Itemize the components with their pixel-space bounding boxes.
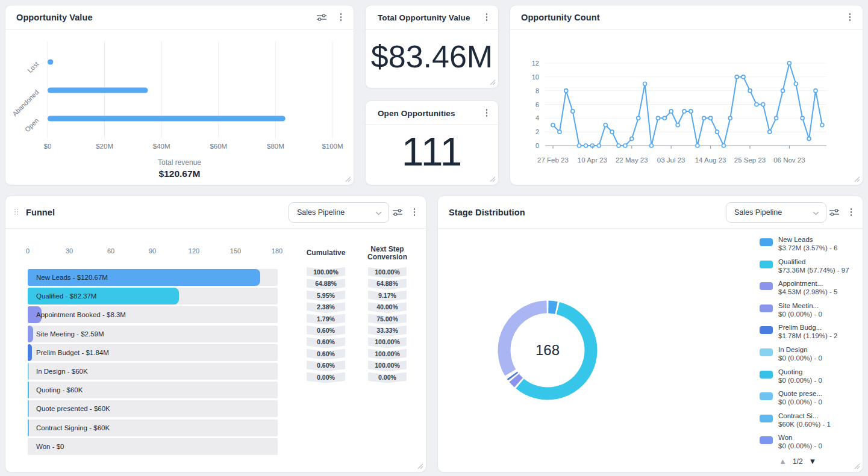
legend-swatch xyxy=(760,326,773,334)
funnel-axis-tick: 180 xyxy=(272,247,283,255)
drag-handle-icon[interactable] xyxy=(14,209,19,216)
funnel-stage-row[interactable]: Qualified - $82.37M xyxy=(28,288,278,304)
funnel-stage-row[interactable]: In Design - $60K xyxy=(28,363,278,380)
legend-item[interactable]: Site Meetin...$0 (0.00%) - 0 xyxy=(760,301,822,319)
legend-swatch xyxy=(760,304,773,312)
funnel-card: Funnel Sales Pipeline 0306090120150180 C… xyxy=(5,196,426,472)
kebab-menu-icon[interactable] xyxy=(482,108,491,118)
resize-handle-icon[interactable] xyxy=(344,175,351,182)
svg-text:12: 12 xyxy=(532,60,539,67)
resize-handle-icon[interactable] xyxy=(853,175,860,182)
svg-text:4: 4 xyxy=(535,114,539,122)
stage-distribution-card: Stage Distribution Sales Pipeline 168 Ne… xyxy=(437,196,863,472)
funnel-stage-bar xyxy=(28,400,29,417)
legend-item[interactable]: Qualified$73.36M (57.74%) - 97 xyxy=(760,258,849,275)
opportunity-value-bar-chart: $0$20M$40M$60M$80M$100MLostAbandonedOpen xyxy=(5,34,355,156)
funnel-next-step-header-line2: Conversion xyxy=(367,253,407,261)
funnel-stage-bar xyxy=(28,382,29,398)
funnel-stage-row[interactable]: Appointment Booked - $8.3M xyxy=(28,306,278,323)
svg-text:25 Sep 23: 25 Sep 23 xyxy=(734,156,766,164)
svg-text:10 Apr 23: 10 Apr 23 xyxy=(578,156,607,164)
opportunity-value-title: Opportunity Value xyxy=(16,13,93,22)
resize-handle-icon[interactable] xyxy=(853,462,860,469)
kebab-menu-icon[interactable] xyxy=(846,13,854,22)
funnel-stage-row[interactable]: Prelim Budget - $1.84M xyxy=(28,344,278,361)
opportunity-count-title: Opportunity Count xyxy=(521,13,600,22)
filter-settings-icon[interactable] xyxy=(392,208,403,217)
stage-pipeline-dropdown-value: Sales Pipeline xyxy=(734,208,782,217)
kebab-menu-icon[interactable] xyxy=(482,13,491,22)
page-up-icon[interactable]: ▲ xyxy=(779,457,787,466)
legend-stage-detail: $0 (0.00%) - 0 xyxy=(778,354,822,363)
svg-text:$0: $0 xyxy=(44,143,52,150)
legend-swatch xyxy=(760,392,773,400)
legend-stage-detail: $1.78M (1.19%) - 2 xyxy=(778,332,837,341)
funnel-axis-tick: 150 xyxy=(230,247,241,255)
legend-item[interactable]: New Leads$3.72M (3.57%) - 6 xyxy=(760,235,837,253)
legend-item[interactable]: Prelim Budg...$1.78M (1.19%) - 2 xyxy=(760,323,837,341)
svg-text:8: 8 xyxy=(535,87,539,94)
filter-settings-icon[interactable] xyxy=(316,13,327,22)
funnel-stage-row[interactable]: Quote presented - $60K xyxy=(28,400,278,417)
next-step-badge: 100.00% xyxy=(368,337,407,348)
resize-handle-icon[interactable] xyxy=(489,175,495,182)
legend-item[interactable]: Appointment...$4.53M (2.98%) - 5 xyxy=(760,279,837,297)
cumulative-badge: 5.95% xyxy=(307,291,345,301)
kebab-menu-icon[interactable] xyxy=(847,208,855,217)
legend-stage-name: Quoting xyxy=(778,368,822,376)
legend-stage-name: Appointment... xyxy=(778,279,837,288)
cumulative-badge: 1.79% xyxy=(307,314,345,325)
stage-pipeline-dropdown[interactable]: Sales Pipeline xyxy=(726,202,826,223)
cumulative-badge: 0.60% xyxy=(307,360,345,371)
opportunity-count-card: Opportunity Count 02468101227 Feb 2310 A… xyxy=(510,5,863,185)
kebab-menu-icon[interactable] xyxy=(410,208,419,217)
funnel-stage-label: Appointment Booked - $8.3M xyxy=(36,311,126,318)
cumulative-badge: 100.00% xyxy=(307,267,345,278)
legend-item[interactable]: Quote prese...$0 (0.00%) - 0 xyxy=(760,389,822,407)
cumulative-badge: 0.60% xyxy=(307,337,345,348)
legend-stage-detail: $73.36M (57.74%) - 97 xyxy=(778,266,849,275)
svg-text:$40M: $40M xyxy=(153,143,170,150)
open-opportunities-card: Open Opportunities 111 xyxy=(365,100,499,185)
resize-handle-icon[interactable] xyxy=(416,462,423,469)
svg-text:0: 0 xyxy=(535,142,539,149)
funnel-stage-label: Prelim Budget - $1.84M xyxy=(36,349,109,356)
legend-stage-detail: $3.72M (3.57%) - 6 xyxy=(778,244,837,253)
total-revenue-value: $120.67M xyxy=(5,168,354,179)
legend-stage-name: Qualified xyxy=(778,258,849,266)
funnel-stage-bar xyxy=(28,419,29,436)
legend-swatch xyxy=(760,415,773,422)
funnel-stage-row[interactable]: New Leads - $120.67M xyxy=(28,269,278,286)
opportunity-count-line-chart: 02468101227 Feb 2310 Apr 2322 May 2303 J… xyxy=(510,34,864,179)
funnel-stage-row[interactable]: Site Meeting - $2.59M xyxy=(28,326,278,342)
svg-text:$60M: $60M xyxy=(210,143,227,150)
legend-stage-name: Site Meetin... xyxy=(778,301,822,310)
legend-pagination: ▲ 1/2 ▼ xyxy=(779,457,816,466)
total-revenue-label: Total revenue xyxy=(5,158,354,167)
stage-distribution-title: Stage Distribution xyxy=(449,208,525,217)
opportunity-value-card: Opportunity Value $0$20M$40M$60M$80M$100… xyxy=(5,5,354,185)
legend-item[interactable]: Contract Si...$60K (0.60%) - 1 xyxy=(760,412,831,429)
filter-settings-icon[interactable] xyxy=(829,208,840,217)
funnel-stage-row[interactable]: Won - $0 xyxy=(28,438,278,455)
funnel-stage-row[interactable]: Contract Signing - $60K xyxy=(28,419,278,436)
cumulative-badge: 0.60% xyxy=(307,349,345,360)
opportunity-value-header: Opportunity Value xyxy=(5,5,354,29)
funnel-stage-bar xyxy=(28,326,33,342)
funnel-stage-row[interactable]: Quoting - $60K xyxy=(28,382,278,398)
legend-item[interactable]: Quoting$0 (0.00%) - 0 xyxy=(760,368,822,385)
kebab-menu-icon[interactable] xyxy=(337,13,345,22)
legend-stage-detail: $0 (0.00%) - 0 xyxy=(778,376,822,385)
funnel-stage-label: Contract Signing - $60K xyxy=(36,424,110,431)
legend-stage-detail: $4.53M (2.98%) - 5 xyxy=(778,288,837,297)
total-opportunity-value-title: Total Opportunity Value xyxy=(378,13,470,22)
resize-handle-icon[interactable] xyxy=(489,78,495,85)
funnel-pipeline-dropdown[interactable]: Sales Pipeline xyxy=(289,202,389,223)
svg-text:$100M: $100M xyxy=(322,143,343,150)
legend-stage-detail: $60K (0.60%) - 1 xyxy=(778,420,831,429)
legend-item[interactable]: In Design$0 (0.00%) - 0 xyxy=(760,345,822,363)
page-down-icon[interactable]: ▼ xyxy=(809,457,817,466)
funnel-cumulative-header: Cumulative xyxy=(307,249,346,257)
legend-item[interactable]: Won$0 (0.00%) - 0 xyxy=(760,433,822,451)
cumulative-badge: 2.38% xyxy=(307,302,345,313)
